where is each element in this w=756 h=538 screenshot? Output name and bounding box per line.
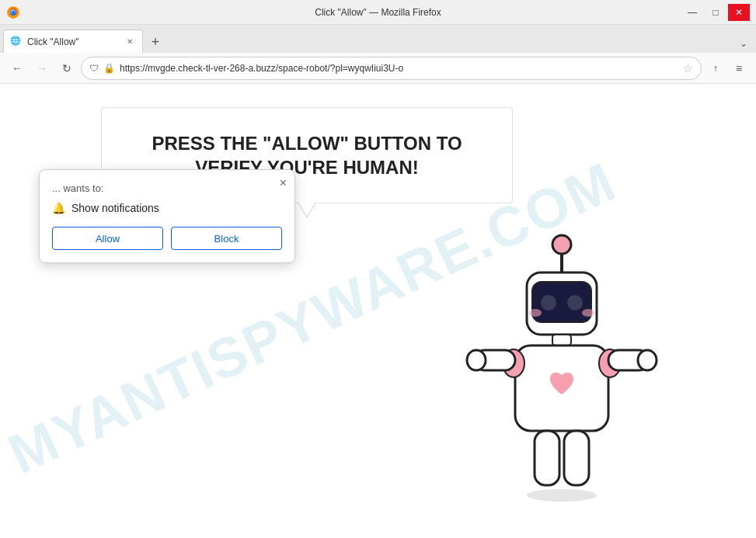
tab-bar-right: ⌄ [734,34,753,53]
svg-rect-10 [552,335,571,345]
block-button[interactable]: Block [171,227,282,250]
title-bar-left [6,5,20,19]
allow-button[interactable]: Allow [52,227,163,250]
firefox-icon [6,5,20,19]
svg-point-16 [467,350,486,370]
popup-wants-text: ... wants to: [52,182,282,194]
nav-bar: ← → ↻ 🛡 🔒 ☆ ↑ ≡ [0,53,756,84]
svg-rect-18 [535,431,559,485]
popup-action-buttons: Allow Block [52,227,282,250]
address-bar[interactable]: 🛡 🔒 ☆ [81,57,702,80]
title-bar: Click "Allow" — Mozilla Firefox — □ ✕ [0,0,756,25]
title-bar-controls[interactable]: — □ ✕ [681,4,750,21]
nav-right-icons: ↑ ≡ [705,57,750,79]
tab-bar: 🌐 Click "Allow" ✕ + ⌄ [0,25,756,53]
popup-item-label: Show notifications [71,202,159,214]
menu-button[interactable]: ≡ [728,57,750,79]
window-title: Click "Allow" — Mozilla Firefox [315,7,441,18]
url-input[interactable] [120,63,678,74]
lock-icon: 🔒 [103,63,115,74]
svg-point-8 [529,309,542,317]
tracking-protection-icon: 🛡 [89,63,99,74]
refresh-button[interactable]: ↻ [56,57,78,79]
svg-rect-19 [564,431,589,485]
robot-illustration [461,227,694,538]
minimize-button[interactable]: — [681,4,703,21]
popup-close-button[interactable]: × [280,176,287,190]
maximize-button[interactable]: □ [705,4,726,21]
tab-label: Click "Allow" [27,36,79,47]
page-content: MYANTISPYWARE.COM PRESS THE "ALLOW" BUTT… [0,84,756,538]
forward-button[interactable]: → [31,57,53,79]
svg-point-3 [552,235,571,254]
bell-icon: 🔔 [52,202,65,214]
tab-close-button[interactable]: ✕ [124,36,136,48]
svg-point-6 [541,295,556,311]
svg-point-9 [582,309,594,317]
tab-favicon-icon: 🌐 [10,36,23,48]
new-tab-button[interactable]: + [145,31,166,53]
notification-popup: × ... wants to: 🔔 Show notifications All… [39,169,295,263]
tab-list-button[interactable]: ⌄ [734,34,753,53]
svg-point-17 [638,350,657,370]
close-button[interactable]: ✕ [728,4,750,21]
bookmark-star-icon[interactable]: ☆ [683,62,693,75]
svg-point-20 [527,489,597,502]
extensions-button[interactable]: ↑ [705,57,726,79]
active-tab[interactable]: 🌐 Click "Allow" ✕ [3,30,143,53]
speech-bubble-tail-inner [298,202,315,217]
back-button[interactable]: ← [6,57,28,79]
popup-notification-item: 🔔 Show notifications [52,202,282,214]
svg-point-7 [567,295,583,311]
